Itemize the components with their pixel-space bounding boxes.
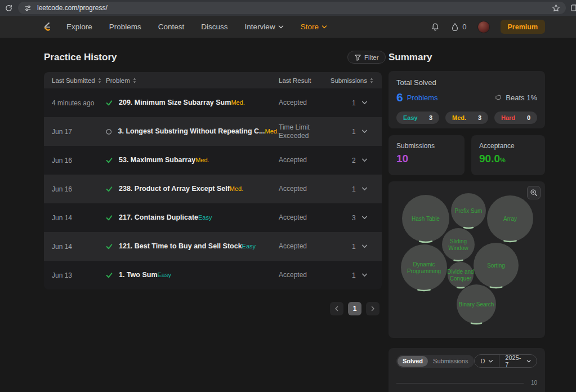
streak-counter[interactable]: 0 [450,23,466,32]
tag-bubble[interactable]: Array [487,195,533,242]
tag-bubble[interactable]: DynamicProgramming [401,244,447,291]
column-header-problem[interactable]: Problem [106,72,137,88]
problem-title[interactable]: 121. Best Time to Buy and Sell Stock [119,242,242,250]
tag-bubble[interactable]: Binary Search [457,284,496,324]
tag-bubble[interactable]: Sorting [474,243,519,288]
problem-title[interactable]: 3. Longest Substring Without Repeating C… [118,127,265,135]
expand-chevron-icon[interactable] [361,273,368,278]
submissions-cell[interactable]: 1 [352,243,374,251]
granularity-dropdown[interactable]: D [475,355,499,367]
tag-bubble[interactable]: Hash Table [402,195,449,242]
expand-chevron-icon[interactable] [361,100,368,105]
submission-count: 3 [352,214,356,222]
result-text: Accepted [279,185,307,193]
difficulty-badge: Easy [198,214,212,221]
tag-bubble[interactable]: SlidingWindow [442,228,475,261]
problem-title[interactable]: 217. Contains Duplicate [119,213,198,221]
submission-count: 1 [352,128,356,136]
last-result: Accepted [279,185,352,193]
nav-item-interview[interactable]: Interview [245,23,284,31]
result-text: Accepted [279,99,307,107]
nav-item-explore[interactable]: Explore [66,23,92,31]
nav-item-store[interactable]: Store [301,23,327,31]
easy-count-pill[interactable]: Easy3 [396,112,439,124]
expand-chevron-icon[interactable] [361,244,368,249]
table-row[interactable]: Jun 13 1. Two SumEasy Accepted 1 [44,261,382,289]
column-header-submissions[interactable]: Submissions [331,72,374,88]
url-text[interactable]: leetcode.com/progress/ [37,4,547,12]
address-bar[interactable]: leetcode.com/progress/ [18,2,566,14]
submissions-cell[interactable]: 2 [352,157,374,164]
table-row[interactable]: Jun 14 121. Best Time to Buy and Sell St… [44,232,382,261]
filter-label: Filter [364,54,379,61]
nav-item-problems[interactable]: Problems [109,23,141,31]
nav-label-store: Store [301,23,319,31]
side-panel-icon[interactable] [571,4,576,12]
granularity-value: D [480,358,485,364]
difficulty-badge: Easy [158,271,171,278]
flame-icon [450,23,459,32]
toggle-solved[interactable]: Solved [398,356,428,367]
svg-text:Prefix Sum: Prefix Sum [455,208,483,214]
problem-title[interactable]: 53. Maximum Subarray [119,156,195,164]
site-settings-icon[interactable] [24,4,32,12]
problem-title[interactable]: 238. Product of Array Except Self [119,185,230,193]
table-row[interactable]: 4 minutes ago 209. Minimum Size Subarray… [44,88,382,117]
premium-button[interactable]: Premium [501,20,546,34]
solved-check-icon [106,157,113,163]
period-value: 2025-7 [505,354,523,368]
hard-count-pill[interactable]: Hard0 [494,112,537,124]
difficulty-badge: Easy [242,243,256,250]
nav-right-group: 0 Premium [431,20,545,34]
submissions-cell[interactable]: 1 [352,185,374,193]
reload-icon[interactable] [5,4,13,12]
bookmark-star-icon[interactable] [552,4,560,12]
leetcode-logo-icon[interactable] [41,20,53,34]
hard-label: Hard [501,114,515,121]
submissions-cell[interactable]: 1 [352,128,374,136]
submissions-cell[interactable]: 3 [352,214,374,222]
user-avatar[interactable] [477,21,490,33]
notifications-bell-icon[interactable] [431,23,440,32]
nav-item-contest[interactable]: Contest [158,23,185,31]
row-date: Jun 13 [52,271,106,279]
column-header-last-submitted[interactable]: Last Submitted [52,72,102,88]
column-label: Last Result [279,77,311,84]
table-row[interactable]: Jun 16 53. Maximum SubarrayMed. Accepted… [44,146,382,175]
row-date: Jun 14 [52,243,106,251]
expand-chevron-icon[interactable] [361,215,368,220]
sort-icon [369,78,374,83]
next-page-button[interactable] [366,302,379,315]
difficulty-badge: Med. [265,128,279,135]
expand-chevron-icon[interactable] [361,129,368,134]
tag-bubble[interactable]: Divide andConquer [447,262,474,288]
nav-label-interview: Interview [245,23,275,31]
medium-count-pill[interactable]: Med.3 [445,112,488,124]
prev-page-button[interactable] [330,302,343,315]
filter-button[interactable]: Filter [347,51,386,64]
table-row[interactable]: Jun 17 3. Longest Substring Without Repe… [44,117,382,146]
expand-chevron-icon[interactable] [361,158,368,163]
nav-item-discuss[interactable]: Discuss [201,23,227,31]
toggle-submissions[interactable]: Submissions [428,356,473,367]
chart-zoom-button[interactable] [527,186,541,199]
submissions-cell[interactable]: 1 [352,271,374,279]
fist-icon [494,93,502,101]
table-row[interactable]: Jun 14 217. Contains DuplicateEasy Accep… [44,203,382,232]
svg-text:Sliding: Sliding [450,238,467,244]
tag-bubble[interactable]: Prefix Sum [451,193,486,228]
medium-count: 3 [478,114,481,121]
submission-count: 2 [352,157,356,164]
table-row[interactable]: Jun 16 238. Product of Array Except Self… [44,175,382,203]
page-1-button[interactable]: 1 [348,302,361,315]
submissions-cell[interactable]: 1 [352,99,374,107]
result-text: Time Limit Exceeded [279,123,324,140]
last-result: Accepted [279,242,352,251]
period-dropdown[interactable]: 2025-7 [499,355,537,367]
expand-chevron-icon[interactable] [361,186,368,191]
solved-check-icon [106,100,113,106]
row-date: 4 minutes ago [52,99,106,107]
problem-title[interactable]: 209. Minimum Size Subarray Sum [119,99,231,106]
practice-history-title: Practice History [44,52,117,63]
problem-title[interactable]: 1. Two Sum [119,271,158,279]
